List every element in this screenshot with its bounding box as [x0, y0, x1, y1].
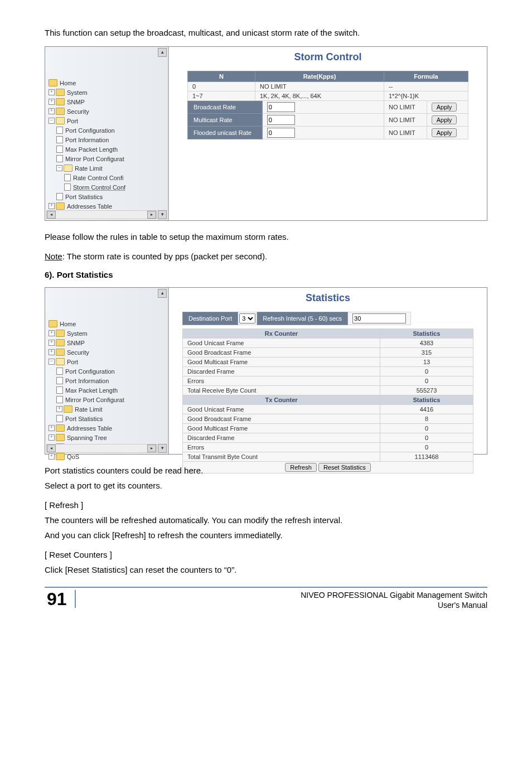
tree-max-packet[interactable]: Max Packet Length: [49, 144, 166, 154]
body-text: Note: The storm rate is counted by pps (…: [45, 250, 487, 262]
multicast-input[interactable]: [267, 115, 295, 125]
tree-storm-control-conf[interactable]: Storm Control Conf: [49, 182, 166, 192]
screenshot-statistics: ▴ Home +System +SNMP +Security −Port Por…: [45, 287, 487, 455]
flooded-input[interactable]: [267, 128, 295, 138]
tree-mirror-port[interactable]: Mirror Port Configurat: [49, 395, 166, 404]
tree-port-stats[interactable]: Port Statistics: [49, 192, 166, 201]
tree-port-stats[interactable]: Port Statistics: [49, 414, 166, 423]
table-row: 1~7 1K, 2K, 4K, 8K,..., 64K 1*2^{N-1}K: [188, 91, 468, 101]
table-row: Good Unicast Frame4416: [183, 405, 473, 414]
stats-table: Rx CounterStatistics Good Unicast Frame4…: [182, 328, 473, 473]
tree-system[interactable]: +System: [49, 88, 166, 97]
tree-home[interactable]: Home: [49, 78, 166, 88]
tree-addresses[interactable]: +Addresses Table: [49, 201, 166, 211]
tree-snmp[interactable]: +SNMP: [49, 97, 166, 107]
tree-port-info[interactable]: Port Information: [49, 135, 166, 144]
h-scrollbar[interactable]: ◂▸: [46, 444, 157, 453]
body-text: Click [Reset Statistics] can reset the c…: [45, 564, 487, 576]
table-row: Good Multicast Frame0: [183, 424, 473, 433]
tree-rate-limit[interactable]: +Rate Limit: [49, 404, 166, 414]
tree-rate-limit[interactable]: −Rate Limit: [49, 163, 166, 173]
nav-tree: ▴ Home +System +SNMP +Security −Port Por…: [45, 47, 169, 220]
stats-header: Statistics: [380, 395, 473, 405]
dest-port-select[interactable]: 3: [239, 313, 255, 323]
table-row: Discarded Frame0: [183, 433, 473, 443]
content-pane: Storm Control N Rate(Kpps) Formula 0 NO …: [169, 47, 487, 220]
page-number: 91: [45, 590, 76, 608]
refresh-button[interactable]: Refresh: [285, 463, 317, 472]
tree-port-info[interactable]: Port Information: [49, 376, 166, 385]
table-row: Discarded Frame0: [183, 367, 473, 376]
tree-security[interactable]: +Security: [49, 347, 166, 357]
screenshot-storm-control: ▴ Home +System +SNMP +Security −Port Por…: [45, 46, 487, 221]
scroll-up-icon[interactable]: ▴: [158, 289, 167, 298]
subheading: [ Reset Counters ]: [45, 549, 487, 560]
table-row: Total Receive Byte Count555273: [183, 386, 473, 395]
page-footer: 91 NIVEO PROFESSIONAL Gigabit Management…: [45, 590, 487, 610]
tree-rate-control-conf[interactable]: Rate Control Confi: [49, 173, 166, 182]
stats-header: Statistics: [380, 329, 473, 339]
footer-subtitle: User's Manual: [438, 601, 487, 610]
panel-title: Statistics: [182, 292, 473, 304]
tree-addresses[interactable]: +Addresses Table: [49, 423, 166, 433]
tx-header: Tx Counter: [183, 395, 380, 405]
subheading: [ Refresh ]: [45, 499, 487, 511]
body-text: And you can click [Refresh] to refresh t…: [45, 529, 487, 541]
broadcast-row: Broadcast Rate NO LIMIT Apply: [188, 101, 468, 114]
tree-port-config[interactable]: Port Configuration: [49, 366, 166, 376]
tree-snmp[interactable]: +SNMP: [49, 338, 166, 347]
tree-spanning[interactable]: +Spanning Tree: [49, 433, 166, 442]
multicast-apply-button[interactable]: Apply: [432, 115, 457, 124]
content-pane: Statistics Destination Port 3 Refresh In…: [169, 288, 487, 454]
flooded-row: Flooded unicast Rate NO LIMIT Apply: [188, 127, 468, 139]
tree-system[interactable]: +System: [49, 328, 166, 338]
rx-header: Rx Counter: [183, 329, 380, 339]
tree-security[interactable]: +Security: [49, 107, 166, 116]
section-heading: 6). Port Statistics: [45, 270, 487, 279]
footer-title: NIVEO PROFESSIONAL Gigabit Management Sw…: [301, 591, 487, 600]
dest-port-label: Destination Port: [183, 312, 238, 325]
tree-port[interactable]: −Port: [49, 357, 166, 366]
table-row: Good Broadcast Frame315: [183, 348, 473, 357]
body-text: The counters will be refreshed automatic…: [45, 514, 487, 526]
scroll-up-icon[interactable]: ▴: [158, 48, 167, 57]
footer-rule: [45, 587, 487, 588]
table-row: Errors0: [183, 376, 473, 386]
body-text: Select a port to get its counters.: [45, 480, 487, 491]
broadcast-apply-button[interactable]: Apply: [432, 103, 457, 112]
flooded-apply-button[interactable]: Apply: [432, 128, 457, 137]
col-formula: Formula: [384, 71, 468, 82]
col-n: N: [188, 71, 255, 82]
tree-home[interactable]: Home: [49, 319, 166, 328]
col-rate: Rate(Kpps): [255, 71, 384, 82]
scroll-down-icon[interactable]: ▾: [158, 444, 167, 453]
reset-stats-button[interactable]: Reset Statistics: [318, 463, 371, 472]
multicast-row: Multicast Rate NO LIMIT Apply: [188, 114, 468, 127]
nav-tree: ▴ Home +System +SNMP +Security −Port Por…: [45, 288, 169, 454]
table-row: Good Broadcast Frame8: [183, 414, 473, 424]
table-row: Total Transmit Byte Count1113468: [183, 452, 473, 462]
h-scrollbar[interactable]: ◂▸: [46, 210, 157, 219]
refresh-interval-input[interactable]: [352, 313, 406, 323]
tree-mirror-port[interactable]: Mirror Port Configurat: [49, 154, 166, 163]
tree-port[interactable]: −Port: [49, 116, 166, 125]
table-row: Good Unicast Frame4383: [183, 339, 473, 348]
body-text: This function can setup the broadcast, m…: [45, 27, 487, 38]
tree-qos[interactable]: +QoS: [49, 452, 166, 461]
panel-title: Storm Control: [182, 51, 473, 63]
table-row: Errors0: [183, 443, 473, 452]
refresh-interval-label: Refresh Interval (5 - 60) secs: [257, 312, 348, 325]
scroll-down-icon[interactable]: ▾: [158, 210, 167, 219]
broadcast-input[interactable]: [267, 102, 295, 112]
tree-port-config[interactable]: Port Configuration: [49, 125, 166, 135]
table-row: Good Multicast Frame13: [183, 357, 473, 367]
table-row: 0 NO LIMIT --: [188, 82, 468, 91]
body-text: Please follow the rules in table to setu…: [45, 231, 487, 243]
tree-max-packet[interactable]: Max Packet Length: [49, 385, 166, 395]
